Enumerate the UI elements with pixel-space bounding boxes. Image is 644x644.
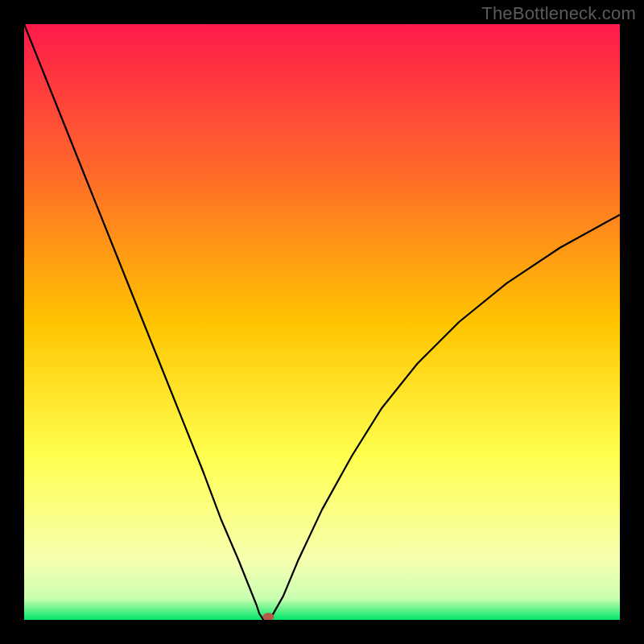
- chart-frame: TheBottleneck.com: [0, 0, 644, 644]
- plot-area: [24, 24, 620, 620]
- gradient-background: [24, 24, 620, 620]
- chart-canvas: [24, 24, 620, 620]
- watermark-label: TheBottleneck.com: [481, 3, 636, 24]
